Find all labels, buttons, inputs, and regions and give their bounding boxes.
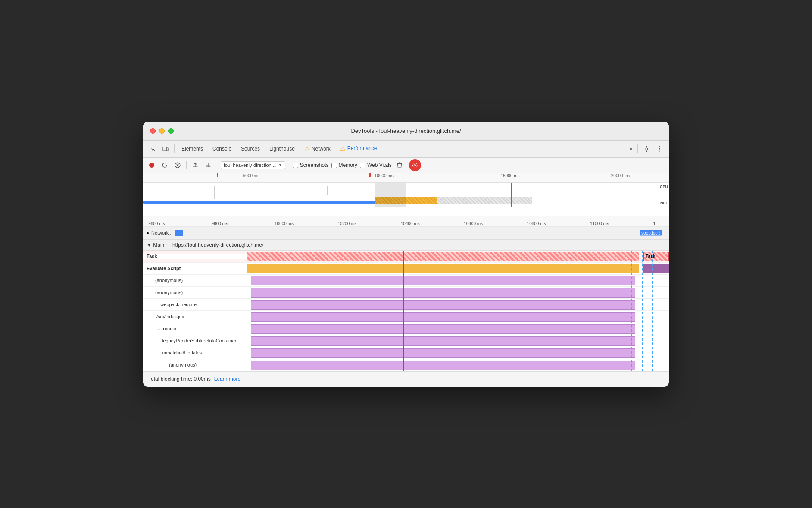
evaluate-right-label: L... (643, 264, 669, 273)
trash-button[interactable] (394, 160, 405, 170)
reload-button[interactable] (159, 160, 170, 170)
red-v-line (511, 183, 512, 207)
titlebar: DevTools - foul-heavenly-direction.glitc… (143, 122, 669, 141)
net-label: NET (660, 201, 668, 205)
toolbar-separator-2 (637, 144, 638, 153)
cursor-icon[interactable] (147, 143, 159, 155)
red-tick-1 (217, 173, 218, 177)
task-bar-container: Task (247, 251, 669, 262)
anon-1-bar-container (247, 275, 669, 286)
minimize-button[interactable] (159, 128, 165, 134)
controls-separator-3 (289, 161, 289, 169)
ruler-20000: 20000 ms (611, 173, 630, 178)
svg-rect-11 (398, 163, 400, 163)
total-blocking-time-text: Total blocking time: 0.00ms (148, 376, 211, 382)
ruler-15000: 15000 ms (501, 173, 520, 178)
performance-warn-icon: ⚠ (340, 145, 346, 152)
flame-chart-area: ▼ Main — https://foul-heavenly-direction… (143, 240, 669, 371)
t10400: 10400 ms (401, 221, 420, 226)
t10200: 10200 ms (337, 221, 356, 226)
more-tabs-button[interactable]: » (627, 144, 635, 154)
ruler-5000: 5000 ms (243, 173, 259, 178)
download-button[interactable] (203, 160, 213, 170)
anon-2-label: (anonymous) (143, 290, 247, 295)
task-right-label: Task (643, 252, 669, 261)
controls-separator-1 (186, 161, 187, 169)
webpack-bar (251, 300, 635, 310)
screenshots-checkbox[interactable] (293, 163, 298, 168)
memory-checkbox[interactable] (331, 163, 337, 168)
web-vitals-checkbox-label[interactable]: Web Vitals (360, 162, 392, 168)
table-row: ./src/index.jsx (143, 311, 669, 323)
table-row: unbatchedUpdates (143, 347, 669, 359)
maximize-button[interactable] (168, 128, 174, 134)
task-bar (247, 252, 639, 261)
table-row: _... render (143, 323, 669, 335)
tab-performance[interactable]: ⚠ Performance (336, 143, 381, 154)
svg-point-12 (414, 164, 416, 166)
webpack-label: __webpack_require__ (143, 302, 247, 307)
triangle-icon: ▶ (147, 231, 150, 235)
tab-lighthouse[interactable]: Lighthouse (265, 144, 299, 154)
src-index-bar (251, 312, 635, 322)
web-vitals-label: Web Vitals (367, 162, 392, 168)
idle-bar (437, 197, 532, 204)
anon-3-bar-container (247, 359, 669, 371)
record-button[interactable] (147, 160, 157, 170)
learn-more-link[interactable]: Learn more (214, 376, 240, 382)
legacy-render-bar-container (247, 335, 669, 347)
network-row-label: ▶ Network . (143, 230, 221, 236)
anon-3-bar (251, 361, 635, 370)
dashed-line-blue-2 (652, 251, 653, 371)
render-bar (251, 324, 635, 334)
tab-network[interactable]: ⚠ Network (300, 144, 335, 154)
devtools-window: DevTools - foul-heavenly-direction.glitc… (143, 122, 669, 387)
render-bar-container (247, 323, 669, 335)
svg-point-5 (659, 151, 660, 152)
dashed-line-green-1 (631, 251, 632, 371)
anon-3-label: (anonymous) (143, 362, 247, 367)
screenshots-checkbox-label[interactable]: Screenshots (293, 162, 329, 168)
toolbar-separator-1 (174, 144, 175, 153)
unbatched-bar-container (247, 347, 669, 359)
legacy-render-label: legacyRenderSubtreeIntoContainer (143, 338, 247, 343)
svg-point-2 (646, 148, 648, 150)
tab-elements[interactable]: Elements (177, 144, 207, 154)
legacy-render-bar (251, 336, 635, 346)
cpu-label: CPU (660, 185, 668, 189)
flame-rows-container: Task Task Evaluate Script L... (anonymou… (143, 251, 669, 371)
table-row: legacyRenderSubtreeIntoContainer (143, 335, 669, 347)
t10000: 10000 ms (275, 221, 294, 226)
unbatched-label: unbatchedUpdates (143, 350, 247, 355)
window-title: DevTools - foul-heavenly-direction.glitc… (351, 128, 461, 134)
memory-checkbox-label[interactable]: Memory (331, 162, 357, 168)
settings-icon[interactable] (640, 143, 653, 155)
close-button[interactable] (150, 128, 156, 134)
anon-1-bar (251, 276, 635, 285)
table-row: (anonymous) (143, 275, 669, 287)
marker-line-1 (214, 186, 215, 199)
network-right-label: soop.jpg ( (640, 230, 662, 236)
upload-button[interactable] (190, 160, 200, 170)
more-options-icon[interactable] (653, 143, 665, 155)
timeline-overview[interactable]: 5000 ms 10000 ms 15000 ms 20000 ms (143, 173, 669, 216)
toolbar: Elements Console Sources Lighthouse ⚠ Ne… (143, 141, 669, 158)
svg-rect-1 (166, 148, 168, 151)
performance-settings-button[interactable] (409, 159, 421, 171)
table-row: (anonymous) (143, 359, 669, 371)
clear-button[interactable] (172, 160, 183, 170)
svg-point-4 (659, 148, 660, 150)
table-row: Evaluate Script L... (143, 263, 669, 275)
t9800: 9800 ms (212, 221, 228, 226)
traffic-lights (150, 128, 174, 134)
device-toggle-icon[interactable] (159, 143, 172, 155)
network-bar-blue (175, 230, 183, 236)
web-vitals-checkbox[interactable] (360, 163, 365, 168)
marker-line-3 (327, 186, 328, 195)
tab-sources[interactable]: Sources (237, 144, 264, 154)
src-index-bar-container (247, 311, 669, 323)
tab-console[interactable]: Console (208, 144, 236, 154)
url-dropdown[interactable]: foul-heavenly-direction.... ▼ (221, 161, 285, 169)
selection-range (375, 183, 406, 207)
anon-1-label: (anonymous) (143, 278, 247, 283)
